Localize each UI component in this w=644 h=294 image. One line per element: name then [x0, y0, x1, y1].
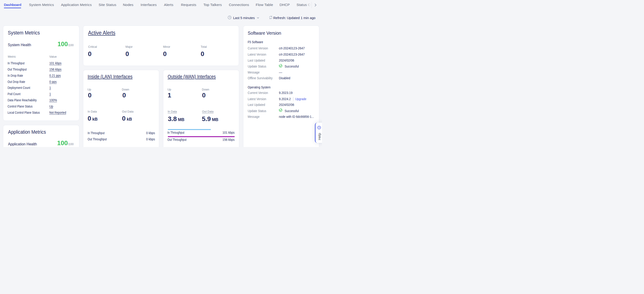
svg-text:?: ? [318, 126, 320, 129]
